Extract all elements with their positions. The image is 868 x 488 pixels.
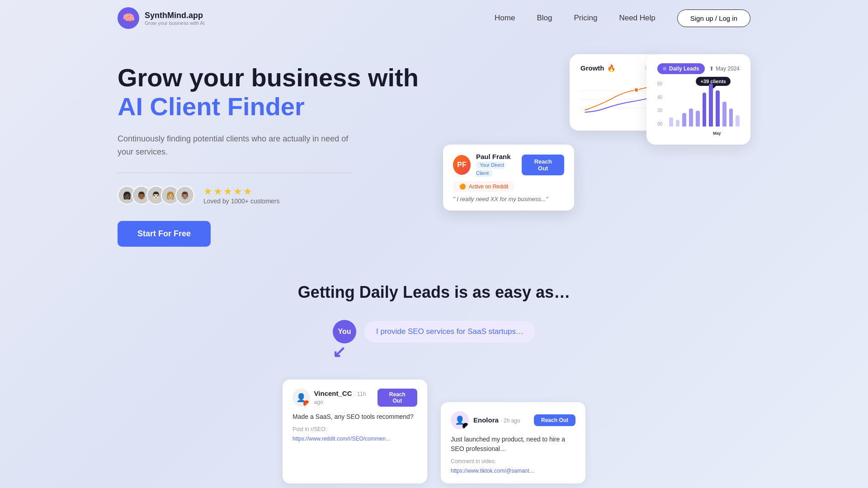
vincent-source: Post in r/SEO:	[292, 426, 417, 432]
month-selector[interactable]: ⬆ May 2024	[709, 66, 740, 72]
vincent-reach-out-button[interactable]: Reach Out	[377, 389, 417, 407]
bar-9	[722, 102, 726, 127]
vincent-header: 👤 r Vincent_CC · 11h ago Reach Out	[292, 389, 417, 407]
growth-card-title: Growth 🔥 ≡	[580, 63, 649, 73]
tiktok-indicator: ♪	[462, 423, 469, 429]
vincent-text: Made a SaaS, any SEO tools recommend?	[292, 412, 417, 422]
bar-7	[709, 84, 713, 127]
vincent-name: Vincent_CC	[314, 389, 352, 397]
bar-y-labels: 60 40 20 00	[657, 81, 662, 127]
bar-1	[669, 117, 673, 127]
hero-left: Grow your business with AI Client Finder…	[118, 54, 434, 247]
vincent-card: 👤 r Vincent_CC · 11h ago Reach Out Made …	[283, 380, 427, 483]
paul-platform-badge: 🟠 Active on Reddit	[453, 181, 514, 192]
bar-3	[682, 113, 686, 127]
signup-login-button[interactable]: Sign up / Log in	[677, 9, 750, 27]
avatar-stack: 👩🏿 👨🏾 👨🏻 👩🏼 👨🏽	[118, 186, 194, 205]
hero-description: Continuously finding potential clients w…	[118, 132, 353, 159]
arrow-down-icon: ↙	[332, 343, 346, 361]
nav-pricing[interactable]: Pricing	[574, 14, 597, 23]
hero-title-line1: Grow your business with	[118, 63, 434, 92]
hero-title-line2: AI Client Finder	[118, 92, 434, 121]
enolora-text: Just launched my product, need to hire a…	[451, 435, 576, 454]
enolora-name: Enolora	[473, 416, 499, 424]
nav-blog[interactable]: Blog	[537, 14, 552, 23]
logo-sub: Grow your business with AI	[145, 20, 205, 26]
bar-x-labels: May	[669, 131, 740, 136]
reddit-indicator: r	[303, 400, 310, 407]
enolora-source: Comment in video:	[451, 458, 576, 465]
social-proof: 👩🏿 👨🏾 👨🏻 👩🏼 👨🏽 ★★★★★ Loved by 1000+ cust…	[118, 186, 434, 205]
svg-point-3	[634, 88, 639, 92]
enolora-time: 2h ago	[504, 418, 520, 424]
bar-11	[736, 115, 740, 127]
stars: ★★★★★	[203, 186, 280, 197]
enolora-reach-out-button[interactable]: Reach Out	[534, 414, 576, 426]
avatar-5: 👨🏽	[175, 186, 194, 205]
nav-links: Home Blog Pricing Need Help Sign up / Lo…	[495, 9, 750, 27]
enolora-link[interactable]: https://www.tiktok.com/@samant…	[451, 468, 535, 474]
easy-title: Getting Daily Leads is as easy as…	[118, 283, 750, 302]
paul-name: Paul Frank	[476, 153, 517, 160]
growth-chart	[580, 79, 649, 120]
bar-10	[729, 108, 733, 127]
vincent-avatar: 👤 r	[292, 389, 310, 407]
hero-right: Growth 🔥 ≡	[434, 54, 750, 247]
leads-bar-chart: 60 40 20 00 +39 clients	[657, 81, 740, 136]
daily-leads-card: Daily Leads ⬆ May 2024 60 40 20 00 +39 c…	[646, 54, 750, 145]
paul-frank-card: PF Paul Frank Your Direct Client Reach O…	[443, 145, 574, 211]
leads-grid: 👤 r Vincent_CC · 11h ago Reach Out Made …	[118, 380, 750, 483]
daily-leads-badge: Daily Leads	[657, 63, 705, 74]
start-free-button[interactable]: Start For Free	[118, 221, 211, 247]
logo[interactable]: 🧠 SynthMind.app Grow your business with …	[118, 7, 205, 29]
logo-title: SynthMind.app	[145, 11, 205, 20]
paul-card-header: PF Paul Frank Your Direct Client Reach O…	[453, 153, 564, 177]
bar-6	[703, 93, 707, 127]
bar-5	[696, 111, 700, 127]
paul-tag: Your Direct Client	[476, 161, 504, 177]
hero-section: Grow your business with AI Client Finder…	[0, 36, 868, 274]
bar-4	[689, 108, 693, 127]
easy-section: Getting Daily Leads is as easy as… You I…	[0, 274, 868, 488]
bar-8	[716, 90, 720, 127]
paul-reach-out-button[interactable]: Reach Out	[522, 155, 564, 175]
vincent-link[interactable]: https://www.reddit.com/r/SEO/commen…	[292, 436, 391, 442]
nav-home[interactable]: Home	[495, 14, 515, 23]
enolora-header: 👤 ♪ Enolora · 2h ago Reach Out	[451, 411, 576, 429]
vincent-time: ·	[354, 391, 357, 397]
hero-divider	[118, 173, 353, 173]
enolora-card: 👤 ♪ Enolora · 2h ago Reach Out Just laun…	[441, 402, 585, 483]
bar-chart-bars	[669, 81, 740, 127]
leads-card-header: Daily Leads ⬆ May 2024	[657, 63, 740, 74]
bar-2	[676, 120, 680, 127]
chat-row: You I provide SEO services for SaaS star…	[118, 320, 750, 343]
paul-avatar: PF	[453, 155, 471, 175]
paul-quote: " I really need XX for my business..."	[453, 196, 564, 202]
enolora-avatar: 👤 ♪	[451, 411, 469, 429]
you-bubble: You	[333, 320, 356, 343]
leads-dot	[663, 67, 666, 70]
logo-icon: 🧠	[118, 7, 139, 29]
nav-help[interactable]: Need Help	[619, 14, 655, 23]
user-message: I provide SEO services for SaaS startups…	[364, 321, 535, 343]
loved-text: Loved by 1000+ customers	[203, 197, 280, 205]
